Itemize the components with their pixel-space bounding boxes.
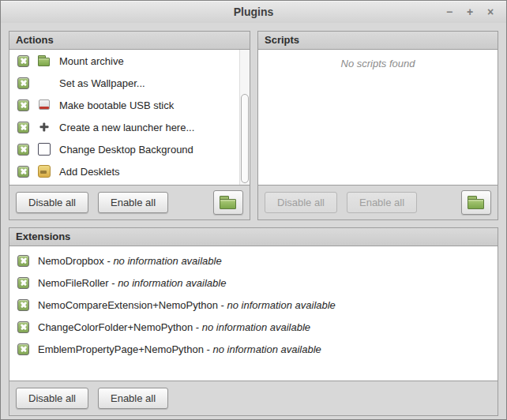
titlebar[interactable]: Plugins − + × bbox=[1, 1, 506, 23]
scripts-enable-all-button: Enable all bbox=[347, 192, 417, 213]
checkbox-checked-icon[interactable] bbox=[17, 343, 29, 355]
extension-item-changecolorfolder[interactable]: ChangeColorFolder+NemoPython - no inform… bbox=[9, 316, 498, 338]
extension-name: EmblemPropertyPage+NemoPython bbox=[38, 343, 204, 355]
window-title: Plugins bbox=[1, 1, 506, 23]
extensions-list: NemoDropbox - no information available N… bbox=[9, 246, 498, 381]
usb-imager-icon bbox=[38, 99, 51, 111]
checkbox-checked-icon[interactable] bbox=[17, 277, 29, 289]
checkbox-checked-icon[interactable] bbox=[17, 144, 29, 156]
extension-item-label: NemoFileRoller - no information availabl… bbox=[38, 277, 226, 289]
extension-separator: - bbox=[109, 277, 118, 289]
desktop-background-icon bbox=[38, 143, 51, 156]
actions-panel-title: Actions bbox=[9, 32, 250, 50]
extension-item-nemodropbox[interactable]: NemoDropbox - no information available bbox=[9, 249, 498, 272]
plugins-window: Plugins − + × Actions Mount archive bbox=[0, 0, 507, 420]
window-controls: − + × bbox=[441, 1, 498, 23]
action-item-add-desklets[interactable]: Add Desklets bbox=[9, 160, 250, 182]
action-item-label: Create a new launcher here... bbox=[59, 122, 194, 133]
actions-list: Mount archive Set as Wallpaper... Make b… bbox=[9, 50, 250, 185]
desklets-icon bbox=[38, 165, 51, 178]
checkbox-checked-icon[interactable] bbox=[17, 77, 29, 89]
action-item-label: Make bootable USB stick bbox=[59, 99, 174, 111]
extension-item-label: NemoCompareExtension+NemoPython - no inf… bbox=[38, 299, 336, 311]
extensions-panel-title: Extensions bbox=[9, 228, 498, 246]
action-item-set-wallpaper[interactable]: Set as Wallpaper... bbox=[9, 72, 250, 94]
action-item-label: Set as Wallpaper... bbox=[59, 77, 145, 89]
checkbox-checked-icon[interactable] bbox=[17, 299, 29, 311]
extension-name: NemoFileRoller bbox=[38, 277, 109, 289]
scripts-open-folder-button[interactable] bbox=[461, 190, 491, 215]
extension-item-label: ChangeColorFolder+NemoPython - no inform… bbox=[38, 321, 310, 333]
actions-panel: Actions Mount archive Set as Wallpaper..… bbox=[9, 31, 250, 220]
extension-item-label: EmblemPropertyPage+NemoPython - no infor… bbox=[38, 343, 321, 355]
action-item-label: Change Desktop Background bbox=[59, 144, 193, 156]
scripts-empty-message: No scripts found bbox=[258, 50, 498, 69]
action-item-bootable-usb[interactable]: Make bootable USB stick bbox=[9, 94, 250, 116]
folder-icon bbox=[468, 195, 485, 210]
folder-icon bbox=[220, 195, 237, 210]
extension-separator: - bbox=[104, 255, 114, 267]
extensions-enable-all-button[interactable]: Enable all bbox=[98, 388, 168, 409]
extension-info: no information available bbox=[212, 343, 321, 355]
action-item-mount-archive[interactable]: Mount archive bbox=[9, 50, 250, 72]
action-item-label: Mount archive bbox=[59, 55, 124, 67]
extension-name: NemoCompareExtension+NemoPython bbox=[38, 299, 218, 311]
extension-info: no information available bbox=[202, 321, 310, 333]
extension-item-nemocompare[interactable]: NemoCompareExtension+NemoPython - no inf… bbox=[9, 294, 498, 316]
plus-icon bbox=[38, 121, 51, 133]
blank-icon bbox=[38, 77, 51, 89]
action-item-label: Add Desklets bbox=[59, 166, 120, 178]
extension-separator: - bbox=[204, 343, 213, 355]
extension-separator: - bbox=[193, 321, 202, 333]
actions-scrollbar[interactable] bbox=[239, 50, 250, 185]
close-icon[interactable]: × bbox=[483, 3, 498, 21]
minimize-icon[interactable]: − bbox=[441, 3, 457, 21]
extension-item-emblempropertypage[interactable]: EmblemPropertyPage+NemoPython - no infor… bbox=[9, 338, 498, 360]
actions-footer: Disable all Enable all bbox=[9, 185, 250, 219]
extension-info: no information available bbox=[118, 277, 226, 289]
checkbox-checked-icon[interactable] bbox=[17, 166, 29, 178]
extensions-footer: Disable all Enable all bbox=[9, 381, 498, 415]
extensions-panel: Extensions NemoDropbox - no information … bbox=[9, 227, 498, 416]
scripts-disable-all-button: Disable all bbox=[265, 192, 337, 213]
folder-icon bbox=[38, 54, 51, 67]
extension-separator: - bbox=[218, 299, 227, 311]
top-row: Actions Mount archive Set as Wallpaper..… bbox=[9, 31, 498, 220]
scripts-list: No scripts found bbox=[258, 50, 498, 185]
scripts-panel: Scripts No scripts found Disable all Ena… bbox=[257, 31, 498, 220]
checkbox-checked-icon[interactable] bbox=[17, 55, 29, 67]
action-item-change-background[interactable]: Change Desktop Background bbox=[9, 138, 250, 160]
extension-item-label: NemoDropbox - no information available bbox=[38, 255, 222, 267]
extension-name: NemoDropbox bbox=[38, 255, 104, 267]
actions-enable-all-button[interactable]: Enable all bbox=[98, 192, 168, 213]
action-item-new-launcher[interactable]: Create a new launcher here... bbox=[9, 116, 250, 138]
checkbox-checked-icon[interactable] bbox=[17, 255, 29, 267]
window-content: Actions Mount archive Set as Wallpaper..… bbox=[1, 23, 506, 420]
extension-item-nemofileroller[interactable]: NemoFileRoller - no information availabl… bbox=[9, 272, 498, 294]
extension-info: no information available bbox=[227, 299, 336, 311]
checkbox-checked-icon[interactable] bbox=[17, 321, 29, 333]
actions-disable-all-button[interactable]: Disable all bbox=[16, 192, 88, 213]
actions-open-folder-button[interactable] bbox=[213, 190, 243, 215]
extension-info: no information available bbox=[113, 255, 221, 267]
extensions-disable-all-button[interactable]: Disable all bbox=[16, 388, 88, 409]
actions-scrollbar-thumb[interactable] bbox=[241, 94, 249, 183]
checkbox-checked-icon[interactable] bbox=[17, 122, 29, 133]
checkbox-checked-icon[interactable] bbox=[17, 99, 29, 111]
scripts-footer: Disable all Enable all bbox=[258, 185, 498, 219]
maximize-icon[interactable]: + bbox=[462, 3, 478, 21]
scripts-panel-title: Scripts bbox=[258, 32, 498, 50]
extension-name: ChangeColorFolder+NemoPython bbox=[38, 321, 193, 333]
